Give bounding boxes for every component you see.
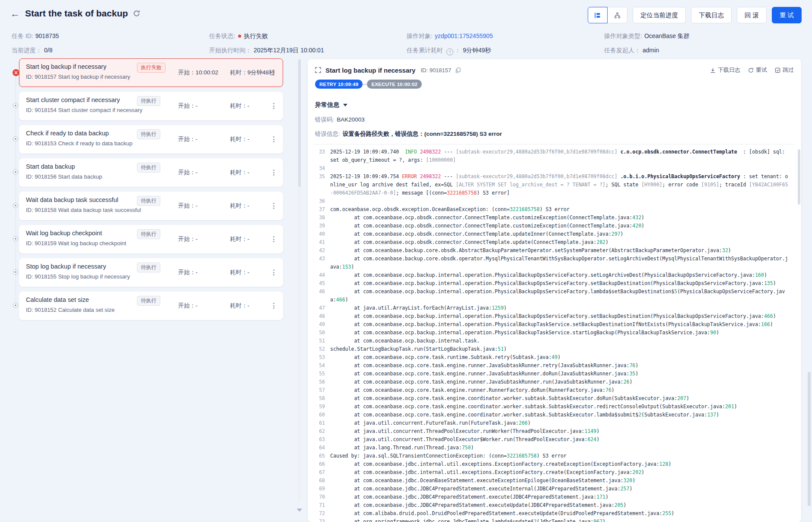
field-progress: 当前进度：0/8 <box>12 46 209 55</box>
detail-download-log[interactable]: 下载日志 <box>710 66 740 74</box>
task-card[interactable]: Calculate data set size待执行开始：-耗时：-ID: 90… <box>19 291 283 320</box>
pending-node-icon <box>13 269 19 276</box>
task-info-grid: 任务 ID:9018735 任务状态:执行失败 操作对象:yzdp001:175… <box>12 32 802 55</box>
log-line: 48 at com.oceanbase.ocp.backup.internal.… <box>314 312 795 320</box>
pending-node-icon <box>13 169 19 176</box>
log-line: 52schedule.StartLogBackupTask.run(StartL… <box>314 345 795 353</box>
task-duration: 耗时：- <box>230 169 249 176</box>
task-list-scrollbar[interactable] <box>298 59 301 503</box>
log-line: 46 at com.oceanbase.ocp.backup.internal.… <box>314 288 795 304</box>
task-card[interactable]: Start data backup待执行开始：-耗时：-ID: 9018156 … <box>19 158 283 187</box>
kebab-menu-icon[interactable] <box>272 268 276 277</box>
rollback-button[interactable]: 回 滚 <box>737 7 767 23</box>
page-title: Start the task of backup <box>25 7 128 20</box>
log-line: 68 at com.oceanbase.jdbc.OceanBaseStatem… <box>314 477 795 485</box>
task-card[interactable]: Check if ready to data backup待执行开始：-耗时：-… <box>19 125 283 154</box>
log-line: 56 at com.oceanbase.ocp.core.task.engine… <box>314 378 795 386</box>
task-title: Calculate data set size <box>26 296 89 303</box>
task-start: 开始：- <box>178 269 197 276</box>
task-duration: 耗时：- <box>230 202 249 210</box>
locate-progress-button[interactable]: 定位当前进度 <box>633 7 686 23</box>
task-duration: 耗时：- <box>230 269 249 276</box>
log-viewer[interactable]: 332025-12-19 10:09:49.740 INFO 2498322 -… <box>314 144 795 522</box>
exception-section-toggle[interactable]: 异常信息 <box>315 101 347 109</box>
page-scrollbar[interactable] <box>808 372 811 506</box>
field-initiator: 任务发起人：admin <box>604 46 802 55</box>
log-line: 60 at com.oceanbase.ocp.core.task.engine… <box>314 411 795 419</box>
log-line: 54 at com.oceanbase.ocp.core.task.engine… <box>314 362 795 370</box>
error-message-row: 错误信息:设置备份路径失败，错误信息：(conn=3221685758) S3 … <box>315 130 502 138</box>
kebab-menu-icon[interactable] <box>272 102 276 110</box>
log-line: 43 at com.oceanbase.backup.core.obsdk.op… <box>314 255 795 271</box>
field-target-type: 操作对象类型:OceanBase 集群 <box>604 32 802 40</box>
target-link[interactable]: yzdp001:1752455905 <box>435 32 493 39</box>
expand-icon[interactable] <box>315 67 321 73</box>
task-status-badge: 执行失败 <box>137 63 166 73</box>
task-title: Stop log backup if necessary <box>26 263 106 270</box>
kebab-menu-icon[interactable] <box>272 68 276 77</box>
log-line: 73 at org.springframework.jdbc.core.Jdbc… <box>314 518 795 522</box>
task-card[interactable]: Wait log backup checkpoint待执行开始：-耗时：-ID:… <box>19 225 283 253</box>
log-line: 50 at com.oceanbase.ocp.backup.internal.… <box>314 329 795 337</box>
field-start-time: 开始执行时间：2025年12月19日 10:00:01 <box>209 46 407 55</box>
task-title: Start cluster compact if necessary <box>26 96 120 103</box>
task-title: Start log backup if necessary <box>26 63 106 70</box>
task-duration: 耗时：- <box>230 135 249 143</box>
attempt-pill[interactable]: EXECUTE 10:00:02 <box>367 80 422 89</box>
detail-actions: 下载日志 重试 跳过 <box>710 66 794 74</box>
page-header: ← Start the task of backup 定位当前进度 下载日志 回… <box>10 7 802 26</box>
task-start: 开始：- <box>178 235 197 243</box>
kebab-menu-icon[interactable] <box>272 235 276 243</box>
kebab-menu-icon[interactable] <box>272 135 276 144</box>
task-card[interactable]: Wait data backup task successful待执行开始：-耗… <box>19 192 283 220</box>
field-elapsed: 任务累计耗时?：9分钟49秒 <box>407 46 604 55</box>
list-view-icon[interactable] <box>588 7 608 23</box>
refresh-icon[interactable] <box>133 10 140 17</box>
detail-skip[interactable]: 跳过 <box>775 66 794 74</box>
detail-retry[interactable]: 重试 <box>748 66 767 74</box>
log-line: 63 at java.util.concurrent.ThreadPoolExe… <box>314 436 795 444</box>
kebab-menu-icon[interactable] <box>272 202 276 210</box>
help-circle-icon[interactable]: ? <box>446 48 453 55</box>
task-card[interactable]: Start cluster compact if necessary待执行开始：… <box>19 92 283 120</box>
error-code-row: 错误码:BAK20003 <box>315 116 365 124</box>
task-card[interactable]: Start log backup if necessary执行失败开始：10:0… <box>19 58 283 87</box>
task-status-badge: 待执行 <box>137 163 160 173</box>
log-line: 44 at com.oceanbase.ocp.backup.internal.… <box>314 271 795 279</box>
log-line: 64 at java.lang.Thread.run(Thread.java:7… <box>314 444 795 452</box>
log-line: 42 at com.oceanbase.backup.core.obsdk.Ab… <box>314 247 795 255</box>
failed-x-icon <box>13 69 19 76</box>
dag-view-icon[interactable] <box>608 7 627 23</box>
task-list: Start log backup if necessary执行失败开始：10:0… <box>12 58 293 325</box>
log-line: 72 at com.alibaba.druid.pool.DruidPooled… <box>314 509 795 518</box>
task-card[interactable]: Stop log backup if necessary待执行开始：-耗时：-I… <box>19 258 283 287</box>
task-status-badge: 待执行 <box>137 229 160 239</box>
task-status-badge: 待执行 <box>137 296 160 306</box>
pending-node-icon <box>13 236 19 243</box>
task-status-badge: 待执行 <box>137 129 160 139</box>
task-start: 开始：10:00:02 <box>178 69 218 77</box>
log-line: 58 at com.oceanbase.ocp.core.task.engine… <box>314 394 795 403</box>
pending-node-icon <box>13 136 19 143</box>
task-duration: 耗时：9分钟48秒 <box>230 69 275 77</box>
retry-button[interactable]: 重 试 <box>772 7 802 23</box>
field-target: 操作对象:yzdp001:1752455905 <box>407 32 604 40</box>
task-id-desc: ID: 9018158 Wait data backup task succes… <box>26 207 141 213</box>
kebab-menu-icon[interactable] <box>272 301 276 310</box>
download-log-button[interactable]: 下载日志 <box>691 7 732 23</box>
back-arrow-icon[interactable]: ← <box>10 8 20 20</box>
log-line: 69 at com.oceanbase.jdbc.JDBC4PreparedSt… <box>314 485 795 493</box>
log-scrollbar[interactable] <box>798 149 800 205</box>
task-id-desc: ID: 9018154 Start cluster compact if nec… <box>26 107 143 113</box>
task-title: Check if ready to data backup <box>26 130 109 137</box>
log-line: 45 at com.oceanbase.ocp.backup.internal.… <box>314 279 795 288</box>
task-id-desc: ID: 9018152 Calculate data set size <box>26 307 115 313</box>
kebab-menu-icon[interactable] <box>272 168 276 177</box>
log-line: 332025-12-19 10:09:49.740 INFO 2498322 -… <box>314 148 795 164</box>
attempt-pill[interactable]: RETRY 10:09:49 <box>315 80 363 89</box>
header-toolbar: 定位当前进度 下载日志 回 滚 重 试 <box>588 7 802 23</box>
scroll-down-arrow-icon[interactable] <box>297 509 302 512</box>
copy-icon[interactable] <box>455 67 461 73</box>
pill-connector <box>363 84 367 85</box>
log-line: 36 <box>314 197 795 205</box>
